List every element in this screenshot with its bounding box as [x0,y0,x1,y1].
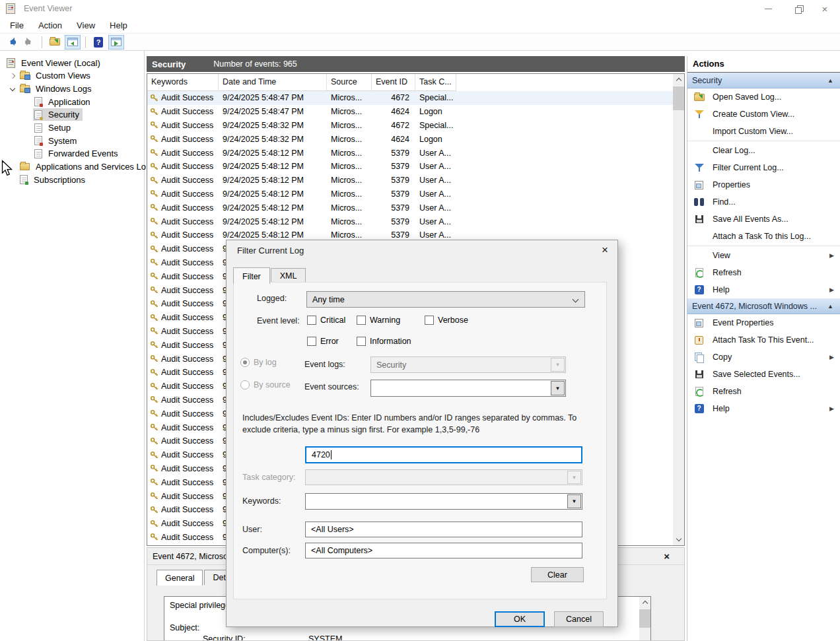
menu-view[interactable]: View [69,18,102,32]
toggle-console-tree-button[interactable] [65,35,81,50]
expander-expanded-icon[interactable] [7,86,18,90]
preview-scrollbar[interactable] [639,597,650,641]
tree-item-system[interactable]: System [33,134,80,147]
event-row[interactable]: Audit Success9/24/2025 5:48:12 PMMicros.… [147,174,673,187]
checkbox-warning[interactable]: Warning [357,316,400,325]
audit-success-key-icon [150,162,158,171]
radio-unselected-icon [240,380,250,389]
expander-collapsed-icon[interactable] [7,74,18,78]
tree-item-application[interactable]: Application [33,95,94,108]
action-properties[interactable]: Properties [687,176,840,193]
tree-item-setup[interactable]: Setup [33,121,74,135]
open-saved-log-toolbar-button[interactable] [47,35,63,50]
help-toolbar-button[interactable]: ? [90,35,106,50]
event-list-scrollbar[interactable] [673,74,684,545]
action-save-all-events-as[interactable]: Save All Events As... [687,211,840,228]
scroll-down-button[interactable] [673,534,684,545]
dialog-tab-xml[interactable]: XML [271,268,306,283]
audit-success-key-icon [150,382,158,391]
action-filter-current-log[interactable]: Filter Current Log... [687,159,840,176]
tree-item-windows-logs[interactable]: Windows Logs [7,82,95,95]
action-import-custom-view[interactable]: Import Custom View... [687,123,840,140]
action-open-saved-log[interactable]: Open Saved Log... [687,88,840,106]
close-window-button[interactable]: × [810,0,840,17]
scroll-up-button[interactable] [673,74,684,85]
event-row[interactable]: Audit Success9/24/2025 5:48:12 PMMicros.… [147,146,673,160]
checkbox-error[interactable]: Error [307,337,339,346]
collapse-icon[interactable]: ▲ [827,303,833,310]
ok-button[interactable]: OK [495,611,545,627]
tree-item-subscriptions[interactable]: Subscriptions [7,173,88,186]
actions-section-header-event[interactable]: Event 4672, Microsoft Windows ...▲ [687,298,840,314]
tree-item-forwarded-events[interactable]: Forwarded Events [33,147,122,160]
event-row[interactable]: Audit Success9/24/2025 5:48:32 PMMicros.… [147,119,673,133]
keywords-dropdown[interactable]: ▼ [305,493,582,510]
menu-file[interactable]: File [3,18,31,32]
tree-item-security[interactable]: Security [33,108,83,121]
user-input[interactable]: <All Users> [305,522,582,537]
dropdown-button[interactable]: ▼ [567,494,581,508]
checkbox-verbose[interactable]: Verbose [425,316,468,325]
column-header-task-c-[interactable]: Task C... [415,74,456,90]
menu-help[interactable]: Help [102,18,135,32]
menu-action[interactable]: Action [31,18,69,32]
action-refresh[interactable]: Refresh [687,264,840,281]
toggle-action-pane-button[interactable] [108,35,124,50]
dialog-tab-filter[interactable]: Filter [233,267,270,284]
computers-input[interactable]: <All Computers> [305,543,582,558]
action-copy[interactable]: Copy▶ [687,349,840,366]
preview-tab-general[interactable]: General [157,570,203,586]
preview-close-button[interactable]: × [664,551,670,562]
action-label: Find... [713,197,736,207]
event-row[interactable]: Audit Success9/24/2025 5:48:12 PMMicros.… [147,201,673,215]
task-category-dropdown: ▼ [305,469,582,485]
by-log-radio[interactable]: By log [240,358,277,367]
by-source-radio[interactable]: By source [240,380,291,389]
column-header-source[interactable]: Source [327,74,372,90]
action-help[interactable]: ?Help▶ [687,281,840,298]
action-view[interactable]: View▶ [687,247,840,264]
actions-section-header-security[interactable]: Security▲ [687,73,840,88]
action-find[interactable]: Find... [687,193,840,211]
scrollbar-thumb[interactable] [639,609,650,628]
action-refresh[interactable]: Refresh [687,383,840,400]
clear-button[interactable]: Clear [531,567,584,582]
event-row[interactable]: Audit Success9/24/2025 5:48:32 PMMicros.… [147,132,673,146]
event-row[interactable]: Audit Success9/24/2025 5:48:47 PMMicros.… [147,91,673,105]
action-attach-task-to-this-event[interactable]: Attach Task To This Event... [687,331,840,349]
event-sources-dropdown[interactable]: ▼ [370,380,566,397]
action-help[interactable]: ?Help▶ [687,400,840,417]
action-create-custom-view[interactable]: Create Custom View... [687,106,840,123]
checkbox-critical[interactable]: Critical [307,316,345,325]
event-row[interactable]: Audit Success9/24/2025 5:48:12 PMMicros.… [147,187,673,201]
event-row[interactable]: Audit Success9/24/2025 5:48:12 PMMicros.… [147,215,673,228]
collapse-icon[interactable]: ▲ [827,77,833,84]
scrollbar-thumb[interactable] [673,86,684,110]
help-icon: ? [695,285,704,294]
cancel-button[interactable]: Cancel [554,611,604,627]
event-row[interactable]: Audit Success9/24/2025 5:48:12 PMMicros.… [147,160,673,174]
event-ids-input[interactable]: 4720 [305,446,582,463]
tree-item-event-viewer-local-[interactable]: Event Viewer (Local) [5,56,104,69]
scroll-up-button[interactable] [639,597,650,608]
back-button[interactable] [3,35,19,50]
security-id-label: Security ID: [203,634,246,641]
section-title: Security [692,76,722,85]
dialog-close-button[interactable]: × [602,244,608,257]
action-event-properties[interactable]: Event Properties [687,314,840,331]
action-attach-a-task-to-this-log[interactable]: Attach a Task To this Log... [687,228,840,245]
tree-item-applications-and-services-lo[interactable]: Applications and Services Lo [7,160,149,174]
tree-item-custom-views[interactable]: Custom Views [7,69,94,83]
action-save-selected-events[interactable]: Save Selected Events... [687,366,840,383]
checkbox-information[interactable]: Information [357,337,411,346]
forward-button[interactable] [21,35,37,50]
dropdown-button[interactable]: ▼ [551,381,565,395]
column-header-keywords[interactable]: Keywords [147,74,219,90]
minimize-button[interactable] [753,0,783,17]
column-header-event-id[interactable]: Event ID [372,74,415,90]
task-category-cell: User A... [415,230,456,240]
event-row[interactable]: Audit Success9/24/2025 5:48:47 PMMicros.… [147,105,673,119]
column-header-date-and-time[interactable]: Date and Time [219,74,327,90]
action-clear-log[interactable]: Clear Log... [687,142,840,159]
logged-dropdown[interactable]: Any time [306,291,585,308]
